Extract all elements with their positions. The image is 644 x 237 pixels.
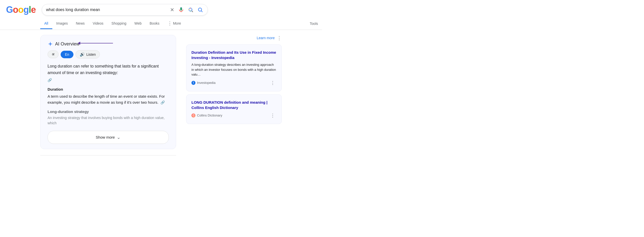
main-content: AI Overview अ En 🔊 Listen Long duration …	[0, 30, 322, 155]
hindi-lang-button[interactable]: अ	[48, 50, 59, 58]
domain-favicon: I	[191, 81, 195, 85]
show-more-button[interactable]: Show more ⌄	[48, 131, 169, 144]
lens-icon	[188, 7, 193, 13]
ai-sparkle-icon	[48, 41, 53, 47]
learn-more-link[interactable]: Learn more	[257, 36, 275, 40]
source-card-title[interactable]: Duration Definition and Its Use in Fixed…	[191, 50, 276, 60]
tab-more[interactable]: ⋮ More	[164, 18, 185, 30]
ai-overview-title: AI Overview	[55, 41, 79, 47]
source-domain-2: C Collins Dictionary	[191, 113, 222, 117]
ai-main-text: Long duration can refer to something tha…	[48, 63, 169, 83]
ai-overview-box: AI Overview अ En 🔊 Listen Long duration …	[40, 35, 176, 149]
svg-rect-2	[190, 11, 191, 12]
arrow-annotation	[78, 42, 113, 45]
domain-favicon-2: C	[191, 113, 195, 117]
more-dots-icon: ⋮	[168, 21, 172, 26]
english-lang-button[interactable]: En	[61, 51, 73, 58]
source-card-investopedia: Duration Definition and Its Use in Fixed…	[186, 44, 282, 91]
listen-button[interactable]: 🔊 Listen	[75, 50, 100, 58]
google-logo[interactable]: Google	[6, 5, 36, 15]
voice-search-button[interactable]	[178, 7, 184, 13]
vertical-dots-icon: ⋮	[277, 35, 282, 41]
citation-link-icon-2[interactable]: 🔗	[160, 100, 165, 105]
source-card-title-2[interactable]: LONG DURATION definition and meaning | C…	[191, 100, 276, 110]
tab-images[interactable]: Images	[52, 18, 72, 29]
search-input[interactable]	[46, 8, 168, 12]
svg-rect-3	[189, 9, 190, 10]
left-column: AI Overview अ En 🔊 Listen Long duration …	[40, 35, 176, 155]
language-buttons: अ En 🔊 Listen	[48, 50, 169, 58]
source-domain: I Investopedia	[191, 81, 216, 85]
duration-section-text: A term used to describe the length of ti…	[48, 93, 169, 105]
header: Google ✕	[0, 0, 322, 16]
source-card-footer-2: C Collins Dictionary ⋮	[191, 112, 276, 119]
tab-web[interactable]: Web	[130, 18, 146, 29]
svg-rect-1	[190, 8, 191, 9]
svg-line-5	[192, 11, 193, 12]
lens-button[interactable]	[187, 7, 194, 13]
tab-videos[interactable]: Videos	[89, 18, 108, 29]
nav-tabs: All Images News Videos Shopping Web Book…	[0, 18, 322, 30]
source-card-footer: I Investopedia ⋮	[191, 80, 276, 86]
source-card-collins: LONG DURATION definition and meaning | C…	[186, 94, 282, 124]
section-divider	[40, 155, 176, 155]
right-column: Learn more ⋮ Duration Definition and Its…	[186, 35, 282, 155]
right-header: Learn more ⋮	[186, 35, 282, 41]
citation-link-icon[interactable]: 🔗	[48, 77, 52, 83]
microphone-icon	[178, 7, 184, 13]
search-submit-button[interactable]	[197, 7, 204, 13]
clear-button[interactable]: ✕	[170, 6, 175, 13]
search-icons: ✕	[170, 6, 204, 13]
svg-line-7	[202, 11, 203, 12]
card-more-options-button[interactable]: ⋮	[269, 80, 276, 86]
ai-overview-header: AI Overview	[48, 41, 169, 47]
chevron-down-icon: ⌄	[117, 135, 120, 140]
duration-section: Duration A term used to describe the len…	[48, 87, 169, 105]
card-more-options-button-2[interactable]: ⋮	[269, 112, 276, 119]
tools-button[interactable]: Tools	[306, 19, 322, 29]
svg-rect-4	[191, 9, 192, 10]
tab-news[interactable]: News	[72, 18, 89, 29]
search-bar-wrapper: ✕	[42, 4, 208, 16]
speaker-icon: 🔊	[80, 52, 85, 57]
long-duration-section-text: An investing strategy that involves buyi…	[48, 115, 169, 126]
tab-shopping[interactable]: Shopping	[107, 18, 130, 29]
clear-icon: ✕	[170, 7, 174, 13]
arrow-head	[78, 42, 80, 45]
tab-books[interactable]: Books	[146, 18, 164, 29]
duration-section-title: Duration	[48, 87, 169, 91]
source-card-desc: A long-duration strategy describes an in…	[191, 62, 276, 77]
svg-point-6	[198, 8, 202, 11]
long-duration-section: Long-duration strategy An investing stra…	[48, 109, 169, 126]
search-bar: ✕	[42, 4, 208, 16]
arrow-line	[80, 43, 113, 43]
tab-all[interactable]: All	[40, 18, 52, 29]
long-duration-section-title: Long-duration strategy	[48, 109, 169, 114]
right-more-options-button[interactable]: ⋮	[277, 35, 282, 41]
search-icon	[197, 7, 203, 13]
